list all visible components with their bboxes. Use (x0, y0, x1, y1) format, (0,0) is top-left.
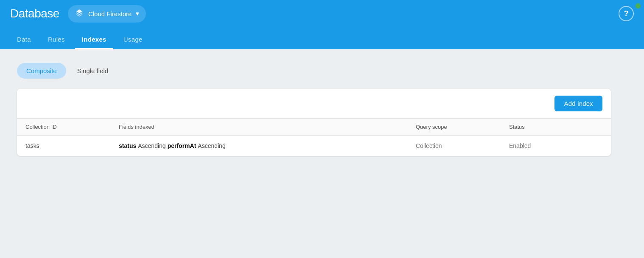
row-status: Enabled (509, 142, 602, 149)
col-header-status: Status (509, 124, 602, 130)
help-button[interactable]: ? (619, 6, 634, 21)
field-status-direction: Ascending (138, 142, 165, 149)
firestore-icon (75, 9, 84, 19)
indexes-table-card: Add index Collection ID Fields indexed Q… (17, 89, 611, 156)
sub-tabs: Composite Single field (17, 63, 627, 79)
field-performat-direction: Ascending (198, 142, 225, 149)
field-performat-name: performAt (168, 142, 196, 149)
product-name-label: Cloud Firestore (88, 10, 132, 17)
table-header: Collection ID Fields indexed Query scope… (17, 119, 611, 136)
row-fields: status Ascending performAt Ascending (119, 142, 416, 149)
tab-data[interactable]: Data (10, 31, 38, 49)
status-indicator (636, 3, 641, 9)
table-toolbar: Add index (17, 89, 611, 119)
main-nav: Data Rules Indexes Usage (0, 27, 644, 49)
tab-usage[interactable]: Usage (117, 31, 149, 49)
add-index-button[interactable]: Add index (554, 96, 602, 111)
tab-indexes[interactable]: Indexes (75, 31, 113, 49)
col-header-collection-id: Collection ID (25, 124, 119, 130)
table-row: tasks status Ascending performAt Ascendi… (17, 136, 611, 156)
product-selector[interactable]: Cloud Firestore ▾ (68, 5, 146, 23)
header: Database Cloud Firestore ▾ ? (0, 0, 644, 27)
sub-tab-composite[interactable]: Composite (17, 63, 66, 79)
content-area: Composite Single field Add index Collect… (0, 49, 644, 170)
app-title: Database (10, 7, 59, 20)
sub-tab-single-field[interactable]: Single field (68, 63, 118, 79)
field-status-name: status (119, 142, 136, 149)
row-collection-id: tasks (25, 142, 119, 149)
chevron-down-icon: ▾ (136, 10, 139, 17)
col-header-fields: Fields indexed (119, 124, 416, 130)
row-query-scope: Collection (416, 142, 509, 149)
col-header-query-scope: Query scope (416, 124, 509, 130)
tab-rules[interactable]: Rules (41, 31, 72, 49)
